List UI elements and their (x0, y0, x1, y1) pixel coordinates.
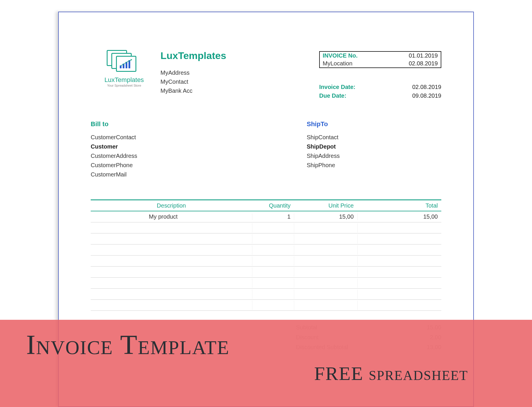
logo-brand: LuxTemplates (104, 76, 144, 84)
ship-to-block: ShipTo ShipContact ShipDepot ShipAddress… (225, 120, 441, 179)
bill-to-title: Bill to (91, 120, 225, 128)
banner-subtitle: FREE spreadsheet (26, 363, 515, 385)
dates-block: Invoice Date: 02.08.2019 Due Date: 09.08… (319, 83, 441, 100)
table-row (91, 289, 441, 300)
table-row: My product 1 15,00 15,00 (91, 211, 441, 222)
bill-to-block: Bill to CustomerContact Customer Custome… (91, 120, 225, 179)
invoice-no-label: INVOICE No. (323, 52, 358, 59)
table-row (91, 222, 441, 233)
ship-to-phone: ShipPhone (307, 160, 441, 170)
chart-icon (119, 59, 133, 69)
invoice-date-label: Invoice Date: (319, 83, 355, 91)
invoice-date-value: 02.08.2019 (412, 83, 441, 91)
bill-to-mail: CustomerMail (91, 170, 225, 179)
cell-unit-price: 15,00 (294, 213, 357, 220)
col-unit-price: Unit Price (294, 202, 357, 209)
table-row (91, 256, 441, 267)
cell-total: 15,00 (357, 213, 441, 220)
bill-to-address: CustomerAddress (91, 151, 225, 160)
due-date-value: 09.08.2019 (412, 91, 441, 100)
banner-title: Invoice Template (26, 329, 515, 361)
parties-block: Bill to CustomerContact Customer Custome… (91, 120, 441, 179)
due-date-label: Due Date: (319, 91, 346, 100)
table-row (91, 233, 441, 244)
invoice-loc-value: 02.08.2019 (409, 60, 438, 67)
table-row (91, 267, 441, 278)
svg-rect-3 (128, 60, 130, 68)
company-name: LuxTemplates (160, 50, 319, 61)
company-address: MyAddress (160, 68, 319, 77)
ship-to-name: ShipDepot (307, 142, 441, 151)
logo-icon (107, 50, 142, 73)
ship-to-contact: ShipContact (307, 133, 441, 142)
company-contact: MyContact (160, 77, 319, 86)
invoice-loc-label: MyLocation (323, 60, 352, 67)
items-table: Description Quantity Unit Price Total My… (91, 199, 441, 311)
ship-to-title: ShipTo (307, 120, 441, 128)
header-row: LuxTemplates Your Spreadsheet Store LuxT… (91, 50, 441, 100)
invoice-meta-block: INVOICE No. 01.01.2019 MyLocation 02.08.… (319, 50, 441, 100)
col-description: Description (91, 202, 252, 209)
bill-to-contact: CustomerContact (91, 133, 225, 142)
table-row (91, 300, 441, 311)
table-header: Description Quantity Unit Price Total (91, 200, 441, 211)
cell-description: My product (91, 213, 252, 220)
overlay-banner: Invoice Template FREE spreadsheet (0, 320, 532, 407)
table-row (91, 244, 441, 256)
bill-to-name: Customer (91, 142, 225, 151)
col-quantity: Quantity (252, 202, 294, 209)
bill-to-phone: CustomerPhone (91, 160, 225, 170)
invoice-no-value: 01.01.2019 (409, 52, 438, 59)
logo-tagline: Your Spreadsheet Store (107, 84, 141, 87)
invoice-number-box: INVOICE No. 01.01.2019 MyLocation 02.08.… (319, 51, 441, 68)
table-row (91, 278, 441, 289)
col-total: Total (357, 202, 441, 209)
logo-block: LuxTemplates Your Spreadsheet Store (91, 50, 158, 100)
ship-to-address: ShipAddress (307, 151, 441, 160)
cell-quantity: 1 (252, 213, 294, 220)
company-block: LuxTemplates MyAddress MyContact MyBank … (158, 50, 319, 100)
company-bank: MyBank Acc (160, 86, 319, 95)
